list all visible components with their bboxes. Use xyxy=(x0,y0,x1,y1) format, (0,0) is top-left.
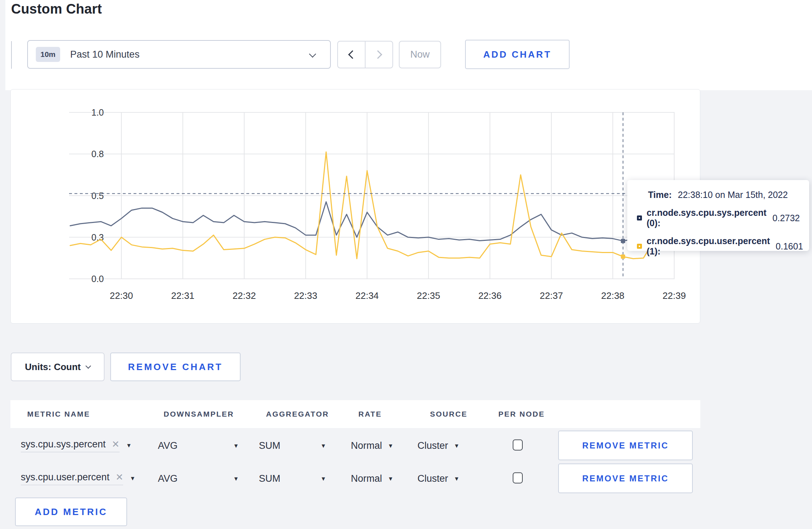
x-tick-label: 22:35 xyxy=(417,290,440,301)
column-header-per-node: PER NODE xyxy=(498,410,545,418)
chart-card: 0.00.30.50.81.022:3022:3122:3222:3322:34… xyxy=(10,89,700,324)
remove-chart-button[interactable]: REMOVE CHART xyxy=(110,353,241,381)
dropdown-caret-icon: ▼ xyxy=(233,475,239,482)
aggregator-value: SUM xyxy=(259,440,280,451)
prev-time-button[interactable] xyxy=(338,42,365,68)
downsampler-select[interactable]: AVG ▼ xyxy=(158,440,239,451)
add-chart-button[interactable]: ADD CHART xyxy=(465,40,570,69)
y-tick-label: 0.0 xyxy=(91,274,104,284)
series-line-cr.node.sys.cpu.user.percent xyxy=(70,152,674,258)
dropdown-caret-icon: ▼ xyxy=(388,475,393,482)
tooltip-time-row: Time: 22:38:10 on Mar 15th, 2022 xyxy=(648,190,800,200)
dropdown-caret-icon: ▼ xyxy=(320,475,326,482)
x-tick-label: 22:37 xyxy=(540,290,563,301)
x-tick-label: 22:30 xyxy=(110,290,133,301)
tooltip-time-value: 22:38:10 on Mar 15th, 2022 xyxy=(678,190,788,200)
source-select[interactable]: Cluster ▼ xyxy=(417,440,459,451)
tooltip-series-value: 0.1601 xyxy=(776,241,803,252)
x-tick-label: 22:33 xyxy=(294,290,317,301)
metric-row: sys.cpu.user.percent ✕ ▼ AVG ▼ SUM ▼ Nor… xyxy=(10,462,700,495)
column-header-downsampler: DOWNSAMPLER xyxy=(164,410,234,418)
hover-point-marker xyxy=(621,254,625,259)
remove-metric-button[interactable]: REMOVE METRIC xyxy=(558,431,693,460)
toolbar-divider xyxy=(11,41,12,69)
tooltip-series-label: cr.node.sys.cpu.sys.percent (0): xyxy=(647,208,767,228)
downsampler-value: AVG xyxy=(158,440,178,451)
downsampler-value: AVG xyxy=(158,473,178,484)
column-header-metric-name: METRIC NAME xyxy=(27,410,90,418)
metric-name-value: sys.cpu.sys.percent xyxy=(21,439,106,450)
tooltip-time-label: Time: xyxy=(648,190,672,200)
x-tick-label: 22:36 xyxy=(478,290,502,301)
x-tick-label: 22:32 xyxy=(233,290,256,301)
column-header-aggregator: AGGREGATOR xyxy=(266,410,329,418)
units-label: Units: Count xyxy=(25,361,81,373)
x-tick-label: 22:34 xyxy=(356,290,379,301)
units-dropdown[interactable]: Units: Count xyxy=(11,353,105,381)
chart-tooltip: Time: 22:38:10 on Mar 15th, 2022 cr.node… xyxy=(627,180,809,251)
aggregator-select[interactable]: SUM ▼ xyxy=(259,440,326,451)
tooltip-series-row: cr.node.sys.cpu.sys.percent (0): 0.2732 xyxy=(637,208,800,228)
series-swatch-icon xyxy=(637,244,642,249)
dropdown-caret-icon: ▼ xyxy=(130,475,135,482)
per-node-checkbox[interactable] xyxy=(513,440,523,451)
dropdown-caret-icon: ▼ xyxy=(126,442,132,449)
time-pager xyxy=(337,41,393,68)
time-range-label: Past 10 Minutes xyxy=(70,49,140,60)
chevron-right-icon xyxy=(373,50,382,59)
time-range-dropdown[interactable]: 10m Past 10 Minutes xyxy=(27,40,331,69)
source-select[interactable]: Cluster ▼ xyxy=(417,473,459,484)
clear-metric-icon[interactable]: ✕ xyxy=(116,472,124,483)
series-swatch-icon xyxy=(637,215,642,220)
aggregator-value: SUM xyxy=(259,473,280,484)
dropdown-caret-icon: ▼ xyxy=(233,442,239,449)
remove-metric-button[interactable]: REMOVE METRIC xyxy=(558,464,693,493)
y-tick-label: 1.0 xyxy=(91,107,104,117)
dropdown-caret-icon: ▼ xyxy=(320,442,326,449)
rate-value: Normal xyxy=(351,440,382,451)
cpu-usage-line-chart[interactable]: 0.00.30.50.81.022:3022:3122:3222:3322:34… xyxy=(11,89,701,324)
y-tick-label: 0.8 xyxy=(91,149,104,159)
metric-name-select[interactable]: sys.cpu.sys.percent ✕ ▼ xyxy=(21,439,132,452)
rate-select[interactable]: Normal ▼ xyxy=(351,473,393,484)
clear-metric-icon[interactable]: ✕ xyxy=(112,439,120,450)
hover-point-marker xyxy=(621,239,625,243)
source-value: Cluster xyxy=(417,473,448,484)
page-title: Custom Chart xyxy=(11,1,102,17)
chevron-down-icon xyxy=(86,363,91,369)
tooltip-series-row: cr.node.sys.cpu.user.percent (1): 0.1601 xyxy=(637,236,800,257)
aggregator-select[interactable]: SUM ▼ xyxy=(259,473,326,484)
metric-row: sys.cpu.sys.percent ✕ ▼ AVG ▼ SUM ▼ Norm… xyxy=(10,429,700,462)
dropdown-caret-icon: ▼ xyxy=(454,475,460,482)
metric-name-value: sys.cpu.user.percent xyxy=(21,472,110,483)
downsampler-select[interactable]: AVG ▼ xyxy=(158,473,239,484)
metric-name-select[interactable]: sys.cpu.user.percent ✕ ▼ xyxy=(21,472,135,485)
series-line-cr.node.sys.cpu.sys.percent xyxy=(70,202,674,241)
rate-select[interactable]: Normal ▼ xyxy=(351,440,393,451)
per-node-checkbox[interactable] xyxy=(513,472,523,484)
tooltip-series-value: 0.2732 xyxy=(773,213,800,223)
column-header-rate: RATE xyxy=(358,410,382,418)
add-metric-button[interactable]: ADD METRIC xyxy=(15,498,127,526)
chevron-left-icon xyxy=(348,50,357,59)
y-tick-label: 0.5 xyxy=(91,191,104,201)
chevron-down-icon xyxy=(309,50,316,58)
tooltip-series-label: cr.node.sys.cpu.user.percent (1): xyxy=(647,236,770,257)
time-range-badge: 10m xyxy=(36,47,60,62)
dropdown-caret-icon: ▼ xyxy=(388,442,393,449)
next-time-button[interactable] xyxy=(365,42,392,68)
column-header-source: SOURCE xyxy=(430,410,468,418)
now-button[interactable]: Now xyxy=(399,41,441,68)
x-tick-label: 22:38 xyxy=(601,290,624,301)
dropdown-caret-icon: ▼ xyxy=(454,442,460,449)
x-tick-label: 22:39 xyxy=(663,290,686,301)
source-value: Cluster xyxy=(417,440,448,451)
metrics-table-header: METRIC NAME DOWNSAMPLER AGGREGATOR RATE … xyxy=(10,400,700,428)
rate-value: Normal xyxy=(351,473,382,484)
x-tick-label: 22:31 xyxy=(171,290,194,301)
